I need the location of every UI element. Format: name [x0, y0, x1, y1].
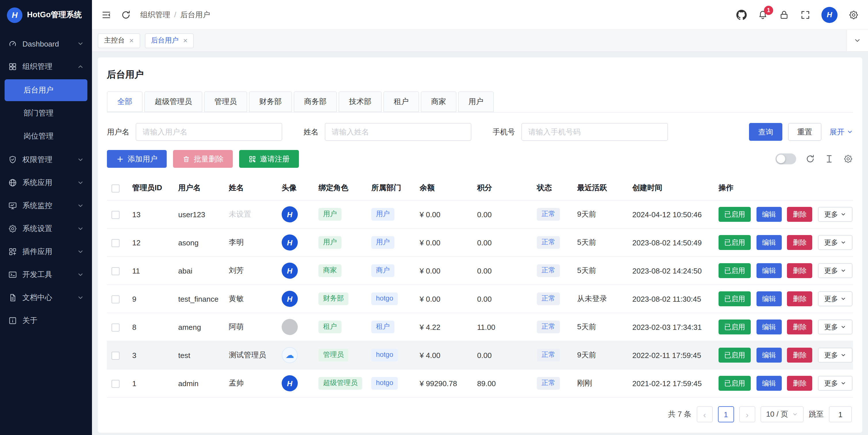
- expand-toggle[interactable]: 展开: [830, 127, 853, 137]
- filter-tab-business[interactable]: 商务部: [294, 91, 337, 112]
- user-avatar[interactable]: H: [822, 7, 838, 23]
- add-user-button[interactable]: 添加用户: [107, 150, 167, 168]
- tab-console[interactable]: 主控台 ×: [98, 33, 140, 48]
- striped-toggle[interactable]: [775, 153, 796, 164]
- more-button[interactable]: 更多: [818, 376, 852, 391]
- filter-tab-tech[interactable]: 技术部: [339, 91, 382, 112]
- invite-register-button[interactable]: 邀请注册: [239, 150, 299, 168]
- enabled-button[interactable]: 已启用: [718, 319, 751, 335]
- jump-page-input[interactable]: [829, 406, 852, 422]
- row-height-icon[interactable]: [824, 154, 834, 164]
- menu-collapse-icon[interactable]: [101, 9, 112, 20]
- settings-gear-icon[interactable]: [848, 9, 859, 20]
- sidebar-item-about[interactable]: 关于: [0, 309, 92, 332]
- more-button-label: 更多: [824, 210, 838, 219]
- more-button[interactable]: 更多: [818, 348, 852, 363]
- row-checkbox[interactable]: [112, 352, 120, 360]
- delete-button[interactable]: 删除: [787, 263, 812, 278]
- sidebar-item-backend-users[interactable]: 后台用户: [5, 79, 87, 101]
- sidebar-item-system-monitor[interactable]: 系统监控: [0, 194, 92, 217]
- mobile-input[interactable]: [521, 123, 668, 141]
- edit-button[interactable]: 编辑: [756, 319, 781, 335]
- enabled-button[interactable]: 已启用: [718, 376, 751, 391]
- filter-tab-admin[interactable]: 管理员: [204, 91, 247, 112]
- breadcrumb-item[interactable]: 组织管理: [140, 9, 170, 20]
- chevron-down-icon: [77, 225, 84, 232]
- close-icon[interactable]: ×: [183, 37, 187, 44]
- sidebar-item-dashboard[interactable]: Dashboard: [0, 32, 92, 55]
- search-button[interactable]: 查询: [749, 123, 782, 141]
- delete-button[interactable]: 删除: [787, 348, 812, 363]
- enabled-button[interactable]: 已启用: [718, 348, 751, 363]
- row-checkbox[interactable]: [112, 323, 120, 332]
- realname-input[interactable]: [325, 123, 471, 141]
- sidebar-item-devtools[interactable]: 开发工具: [0, 263, 92, 286]
- enabled-button[interactable]: 已启用: [718, 207, 751, 222]
- close-icon[interactable]: ×: [129, 37, 134, 44]
- delete-button[interactable]: 删除: [787, 291, 812, 306]
- select-all-checkbox[interactable]: [112, 184, 120, 192]
- more-button[interactable]: 更多: [818, 235, 852, 250]
- more-button[interactable]: 更多: [818, 291, 852, 306]
- fullscreen-icon[interactable]: [800, 9, 810, 20]
- sidebar-item-organization[interactable]: 组织管理: [0, 55, 92, 78]
- next-page-button[interactable]: ›: [739, 406, 755, 422]
- filter-tab-super-admin[interactable]: 超级管理员: [144, 91, 202, 112]
- delete-button[interactable]: 删除: [787, 376, 812, 391]
- sidebar-item-permissions[interactable]: 权限管理: [0, 148, 92, 171]
- sidebar-item-label: 后台用户: [24, 85, 54, 95]
- row-checkbox[interactable]: [112, 296, 120, 303]
- sidebar-item-post[interactable]: 岗位管理: [0, 125, 92, 147]
- filter-tab-finance[interactable]: 财务部: [249, 91, 292, 112]
- filter-tab-merchant[interactable]: 商家: [421, 91, 457, 112]
- tab-options-button[interactable]: [846, 30, 868, 51]
- reset-button[interactable]: 重置: [788, 123, 822, 141]
- sidebar-item-docs[interactable]: 文档中心: [0, 286, 92, 309]
- page-number-button[interactable]: 1: [718, 406, 734, 422]
- row-checkbox[interactable]: [112, 211, 120, 219]
- delete-button[interactable]: 删除: [787, 319, 812, 335]
- sidebar-item-system-settings[interactable]: 系统设置: [0, 217, 92, 240]
- role-tag: 超级管理员: [318, 377, 362, 389]
- row-checkbox[interactable]: [112, 267, 120, 275]
- filter-tab-tenant[interactable]: 租户: [383, 91, 419, 112]
- more-button[interactable]: 更多: [818, 263, 852, 278]
- refresh-icon[interactable]: [121, 9, 131, 20]
- enabled-button[interactable]: 已启用: [718, 291, 751, 306]
- delete-button[interactable]: 删除: [787, 235, 812, 250]
- filter-tab-all[interactable]: 全部: [107, 91, 143, 112]
- cell-realname: 刘芳: [224, 256, 277, 285]
- edit-button[interactable]: 编辑: [756, 348, 781, 363]
- more-button[interactable]: 更多: [818, 319, 852, 335]
- sidebar-item-plugins[interactable]: 插件应用: [0, 240, 92, 263]
- bell-icon[interactable]: 1: [757, 9, 768, 20]
- edit-button[interactable]: 编辑: [756, 207, 781, 222]
- edit-button[interactable]: 编辑: [756, 263, 781, 278]
- batch-delete-button[interactable]: 批量删除: [173, 150, 233, 168]
- username-input[interactable]: [136, 123, 282, 141]
- edit-button[interactable]: 编辑: [756, 235, 781, 250]
- sidebar-item-system-apps[interactable]: 系统应用: [0, 171, 92, 194]
- table-refresh-icon[interactable]: [805, 154, 815, 164]
- edit-button[interactable]: 编辑: [756, 291, 781, 306]
- app-logo[interactable]: H HotGo管理系统: [0, 0, 92, 30]
- column-settings-icon[interactable]: [843, 154, 853, 164]
- filter-tab-user[interactable]: 用户: [458, 91, 494, 112]
- enabled-button[interactable]: 已启用: [718, 235, 751, 250]
- enabled-button[interactable]: 已启用: [718, 263, 751, 278]
- table-row: 3 test 测试管理员 ☁ 管理员 hotgo ¥ 4.00 0.00 正常 …: [107, 341, 853, 369]
- tab-backend-users[interactable]: 后台用户 ×: [145, 33, 194, 48]
- lock-icon[interactable]: [779, 9, 789, 20]
- prev-page-button[interactable]: ‹: [696, 406, 713, 422]
- more-button[interactable]: 更多: [818, 207, 852, 222]
- row-checkbox[interactable]: [112, 380, 120, 388]
- edit-button[interactable]: 编辑: [756, 376, 781, 391]
- chevron-down-icon: [840, 380, 846, 386]
- row-checkbox[interactable]: [112, 239, 120, 247]
- column-header: 所属部门: [367, 176, 415, 200]
- github-icon[interactable]: [736, 9, 747, 20]
- breadcrumb-item-current: 后台用户: [180, 9, 210, 20]
- sidebar-item-department[interactable]: 部门管理: [0, 102, 92, 124]
- delete-button[interactable]: 删除: [787, 207, 812, 222]
- page-size-select[interactable]: 10 / 页: [760, 406, 804, 422]
